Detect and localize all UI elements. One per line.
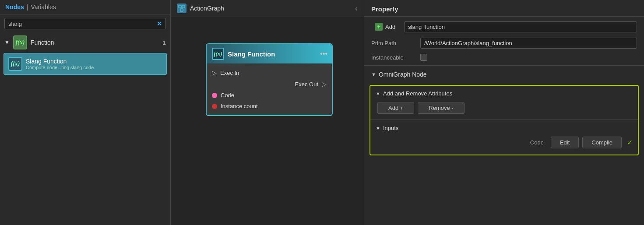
search-input[interactable] [8,21,157,27]
omnigraph-section-header[interactable]: ▼ OmniGraph Node [364,67,644,81]
node-name: Slang Function [26,58,94,65]
attr-buttons: Add + Remove - [370,99,638,118]
prim-path-label: Prim Path [371,40,415,46]
right-panel: Property + Add Prim Path Instanceable ▼ … [364,0,644,225]
remove-attr-button[interactable]: Remove - [418,102,464,114]
category-arrow-icon: ▼ [4,39,10,46]
port-exec-in: ▷ Exec In [207,67,332,78]
inputs-row: Code Edit Compile ✓ [370,134,638,151]
port-code: Code [207,90,332,101]
add-button-label: Add [385,24,395,30]
center-header: ActionGraph ‹ [171,0,364,17]
exec-in-label: Exec In [220,70,239,76]
graph-node: f(x) Slang Function ••• ▷ Exec In Exec O… [206,43,333,116]
svg-rect-2 [180,9,183,11]
tabs-header: Nodes | Variables [0,0,170,14]
add-remove-section-header[interactable]: ▼ Add and Remove Attributes [370,88,638,99]
graph-node-menu-icon[interactable]: ••• [320,50,327,58]
node-icon: f(x) [8,57,22,71]
code-input-label: Code [376,139,547,146]
center-title: ActionGraph [190,5,224,12]
compile-button[interactable]: Compile [582,137,622,148]
category-row[interactable]: ▼ f(x) Function 1 [0,33,170,52]
category-count: 1 [163,39,166,46]
node-text: Slang Function Compute node...ting slang… [26,58,94,70]
graph-node-title: Slang Function [228,50,275,58]
compile-checkmark-icon: ✓ [627,138,633,147]
inputs-title: Inputs [383,125,398,131]
inputs-arrow-icon: ▼ [376,126,380,131]
tab-nodes[interactable]: Nodes [5,4,24,11]
search-bar[interactable]: ✕ [4,18,166,29]
center-panel: ActionGraph ‹ f(x) Slang Function ••• ▷ … [171,0,364,225]
add-plus-icon: + [375,23,383,31]
svg-rect-0 [179,5,181,8]
node-description: Compute node...ting slang code [26,65,94,70]
port-instance-count: Instance count [207,101,332,112]
prim-path-input[interactable] [420,38,637,49]
name-input[interactable] [404,21,637,32]
svg-rect-1 [182,5,185,8]
omnigraph-section-title: OmniGraph Node [379,71,427,78]
add-row: + Add [364,17,644,35]
code-label: Code [221,92,234,98]
divider-2 [370,119,638,120]
collapse-panel-icon[interactable]: ‹ [355,4,358,13]
exec-out-label: Exec Out [295,81,318,88]
edit-button[interactable]: Edit [551,137,579,148]
yellow-section: ▼ Add and Remove Attributes Add + Remove… [370,85,639,155]
instanceable-label: Instanceable [371,54,415,61]
graph-node-header: f(x) Slang Function ••• [207,44,332,63]
prim-path-row: Prim Path [364,35,644,51]
graph-area[interactable]: f(x) Slang Function ••• ▷ Exec In Exec O… [171,17,364,225]
port-code-circle [212,93,217,98]
property-header: Property [364,0,644,17]
search-clear-icon[interactable]: ✕ [157,20,162,27]
category-icon: f(x) [13,35,27,49]
instance-count-label: Instance count [221,103,258,109]
graph-node-body: ▷ Exec In Exec Out ▷ Code Instance count [207,63,332,115]
port-instance-count-circle [212,104,217,109]
add-remove-title: Add and Remove Attributes [383,90,452,97]
node-list-item[interactable]: f(x) Slang Function Compute node...ting … [4,53,167,75]
add-remove-arrow-icon: ▼ [376,91,380,96]
omnigraph-arrow-icon: ▼ [371,72,376,77]
divider-1 [364,65,644,66]
tab-variables[interactable]: Variables [31,4,56,11]
add-button[interactable]: + Add [371,21,399,32]
add-attr-button[interactable]: Add + [377,102,414,114]
instanceable-checkbox[interactable] [420,54,427,61]
category-label: Function [31,39,159,46]
inputs-section: ▼ Inputs Code Edit Compile ✓ [370,120,638,153]
inputs-section-header[interactable]: ▼ Inputs [370,122,638,134]
graph-node-icon: f(x) [212,48,224,60]
graph-icon [177,4,187,13]
tab-divider: | [27,4,28,11]
left-panel: Nodes | Variables ✕ ▼ f(x) Function 1 f(… [0,0,171,225]
port-exec-out: Exec Out ▷ [207,78,332,90]
instanceable-row: Instanceable [364,51,644,63]
